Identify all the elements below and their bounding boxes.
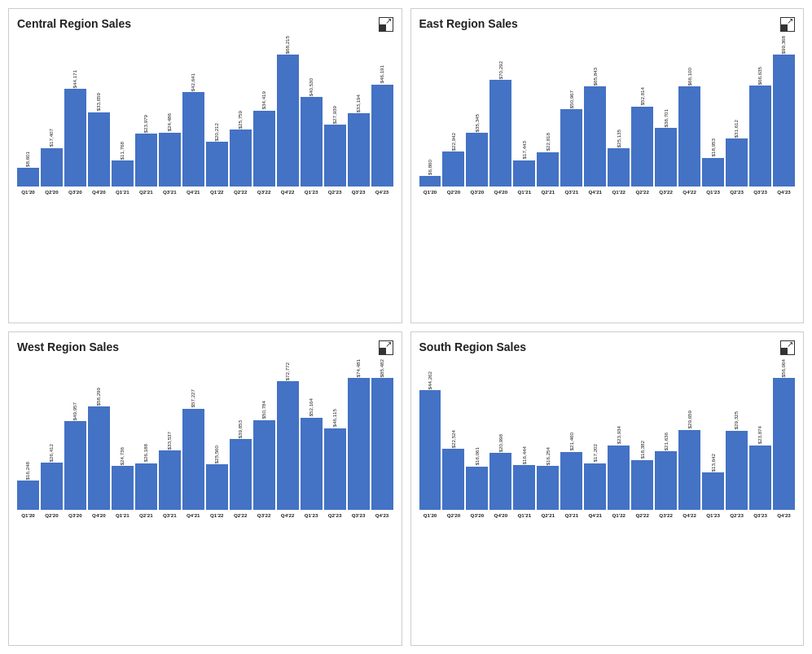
- x-label: Q3'20: [466, 189, 488, 195]
- bar-rect: [702, 472, 724, 509]
- bar-rect: [64, 421, 86, 509]
- bar-value-label: $13,642: [711, 454, 716, 472]
- bar-rect: [64, 89, 86, 187]
- x-label: Q1'23: [301, 512, 323, 519]
- bar-col: $8,601: [17, 36, 39, 187]
- chart-panel-east: East Region Sales$6,860$22,942$35,345$70…: [410, 8, 805, 323]
- bar-col: $38,701: [655, 36, 677, 187]
- x-label: Q3'22: [253, 512, 275, 519]
- chart-title-south: South Region Sales: [419, 340, 526, 353]
- bar-rect: [442, 449, 464, 509]
- bar-rect: [773, 378, 795, 510]
- bar-col: $70,292: [489, 36, 511, 187]
- bar-value-label: $16,248: [25, 462, 30, 480]
- bar-rect: [466, 133, 488, 187]
- bar-rect: [513, 465, 535, 509]
- bar-value-label: $50,784: [261, 401, 266, 419]
- bar-rect: [206, 464, 228, 509]
- bar-col: $33,537: [159, 359, 181, 510]
- bar-rect: [230, 129, 252, 187]
- bar-col: $16,254: [537, 359, 559, 510]
- bar-value-label: $57,227: [191, 389, 195, 407]
- bar-value-label: $70,292: [498, 61, 503, 79]
- expand-icon-south[interactable]: [780, 340, 795, 355]
- bar-value-label: $17,202: [593, 444, 598, 462]
- bar-rect: [348, 113, 370, 187]
- x-label: Q2'22: [631, 512, 653, 519]
- bar-value-label: $66,100: [687, 68, 692, 86]
- bar-col: $52,164: [301, 359, 323, 510]
- bar-value-label: $44,171: [72, 70, 77, 88]
- bar-rect: [17, 481, 39, 509]
- bars-row-west: $16,248$26,412$49,957$58,299$24,736$26,1…: [17, 359, 393, 510]
- bar-value-label: $40,530: [309, 78, 314, 96]
- bar-value-label: $33,537: [167, 432, 172, 450]
- chart-body-central: $8,601$17,407$44,171$33,659$11,768$23,97…: [17, 36, 393, 318]
- bar-value-label: $26,188: [143, 444, 148, 462]
- bar-value-label: $99,368: [781, 36, 786, 54]
- bar-value-label: $21,636: [664, 432, 669, 450]
- x-label: Q4'21: [182, 189, 204, 195]
- bar-value-label: $65,843: [593, 68, 598, 86]
- chart-title-east: East Region Sales: [419, 17, 518, 30]
- bar-col: $11,768: [112, 36, 134, 187]
- x-label: Q2'23: [726, 189, 748, 195]
- x-label: Q2'21: [135, 512, 157, 519]
- bar-col: $74,481: [348, 359, 370, 510]
- bars-row-east: $6,860$22,942$35,345$70,292$17,443$22,81…: [419, 36, 796, 187]
- expand-icon-east[interactable]: [780, 17, 795, 32]
- bar-value-label: $20,212: [214, 123, 219, 141]
- bar-rect: [88, 406, 110, 509]
- x-label: Q1'22: [206, 189, 228, 195]
- x-label: Q4'20: [489, 189, 511, 195]
- bar-col: $20,998: [489, 359, 511, 510]
- bar-rect: [608, 148, 630, 187]
- xlabels-west: Q1'20Q2'20Q3'20Q4'20Q1'21Q2'21Q3'21Q4'21…: [17, 512, 393, 519]
- bar-col: $23,934: [608, 359, 630, 510]
- bar-rect: [419, 390, 441, 509]
- x-label: Q1'22: [608, 512, 630, 519]
- bar-value-label: $35,345: [475, 114, 480, 132]
- bar-rect: [631, 460, 653, 510]
- x-label: Q3'21: [159, 512, 181, 519]
- bars-row-central: $8,601$17,407$44,171$33,659$11,768$23,97…: [17, 36, 393, 187]
- bar-rect: [489, 80, 511, 187]
- bar-rect: [159, 133, 181, 187]
- expand-icon-west[interactable]: [379, 340, 393, 355]
- bar-value-label: $39,853: [238, 420, 243, 438]
- bar-col: $68,215: [277, 36, 299, 187]
- bar-col: $21,636: [655, 359, 677, 510]
- bar-value-label: $18,953: [711, 138, 716, 156]
- bar-col: $35,345: [466, 36, 488, 187]
- bar-col: $17,202: [584, 359, 606, 510]
- bar-rect: [442, 151, 464, 187]
- chart-title-central: Central Region Sales: [17, 17, 131, 30]
- bar-col: $50,967: [560, 36, 582, 187]
- bar-rect: [678, 430, 700, 510]
- x-label: Q3'23: [749, 189, 771, 195]
- bar-value-label: $29,659: [687, 410, 692, 428]
- bar-col: $16,248: [17, 359, 39, 510]
- bar-col: $72,772: [277, 359, 299, 510]
- x-label: Q3'21: [159, 189, 181, 195]
- bar-col: $40,530: [301, 36, 323, 187]
- x-label: Q2'23: [726, 512, 748, 519]
- bar-value-label: $24,486: [167, 113, 172, 131]
- x-label: Q1'20: [419, 512, 441, 519]
- x-label: Q4'20: [489, 512, 511, 519]
- expand-icon-central[interactable]: [379, 17, 393, 32]
- chart-body-south: $44,262$22,524$16,061$20,998$16,444$16,2…: [419, 359, 796, 642]
- x-label: Q1'20: [419, 189, 441, 195]
- bar-col: $85,482: [371, 359, 393, 510]
- x-label: Q4'23: [773, 189, 795, 195]
- bar-value-label: $58,299: [96, 388, 101, 406]
- bar-col: $24,736: [112, 359, 134, 510]
- bar-rect: [135, 134, 157, 187]
- x-label: Q3'22: [655, 512, 677, 519]
- chart-header-west: West Region Sales: [17, 340, 393, 355]
- bar-value-label: $38,701: [664, 109, 669, 127]
- bar-rect: [537, 466, 559, 510]
- bar-col: $65,843: [584, 36, 606, 187]
- chart-header-east: East Region Sales: [419, 17, 796, 32]
- bar-rect: [182, 92, 204, 187]
